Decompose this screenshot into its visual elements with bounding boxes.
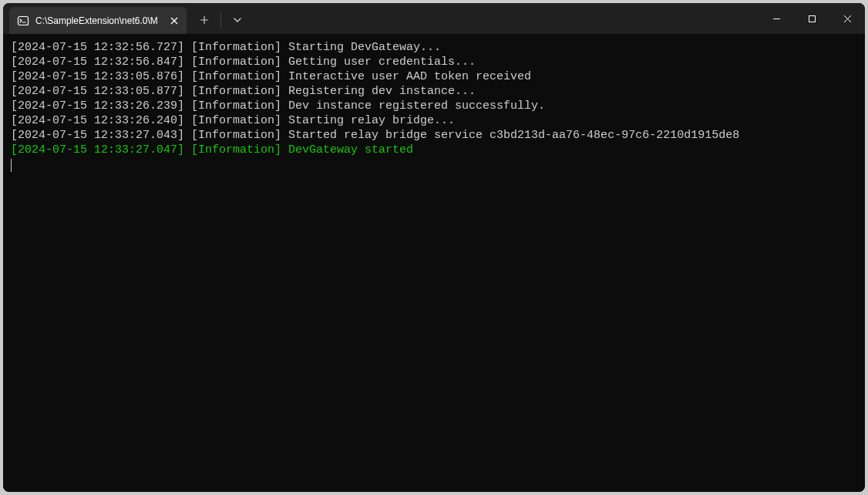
text-cursor — [11, 159, 12, 172]
minimize-button[interactable] — [759, 3, 794, 34]
terminal-output[interactable]: [2024-07-15 12:32:56.727] [Information] … — [3, 34, 865, 492]
log-line: [2024-07-15 12:33:27.043] [Information] … — [11, 128, 860, 143]
svg-rect-0 — [19, 16, 29, 25]
active-tab[interactable]: C:\SampleExtension\net6.0\M — [9, 7, 187, 34]
log-line: [2024-07-15 12:32:56.727] [Information] … — [11, 40, 860, 55]
new-tab-button[interactable] — [191, 8, 217, 32]
log-line: [2024-07-15 12:33:05.876] [Information] … — [11, 69, 860, 84]
tab-close-button[interactable] — [168, 15, 180, 27]
log-line: [2024-07-15 12:33:05.877] [Information] … — [11, 84, 860, 99]
log-line: [2024-07-15 12:32:56.847] [Information] … — [11, 55, 860, 69]
terminal-window: C:\SampleExtension\net6.0\M — [3, 3, 865, 492]
divider — [220, 12, 221, 28]
tab-actions — [191, 3, 251, 34]
titlebar-left: C:\SampleExtension\net6.0\M — [3, 3, 251, 34]
log-line: [2024-07-15 12:33:27.047] [Information] … — [11, 143, 860, 157]
maximize-button[interactable] — [794, 3, 829, 34]
window-controls — [759, 3, 865, 34]
terminal-icon — [17, 15, 29, 27]
tab-title: C:\SampleExtension\net6.0\M — [35, 15, 162, 26]
titlebar: C:\SampleExtension\net6.0\M — [3, 3, 865, 34]
tab-dropdown-button[interactable] — [224, 8, 251, 32]
close-button[interactable] — [829, 3, 865, 34]
cursor-line — [11, 157, 860, 172]
log-line: [2024-07-15 12:33:26.239] [Information] … — [11, 99, 860, 113]
log-line: [2024-07-15 12:33:26.240] [Information] … — [11, 113, 860, 128]
svg-rect-7 — [809, 15, 815, 22]
